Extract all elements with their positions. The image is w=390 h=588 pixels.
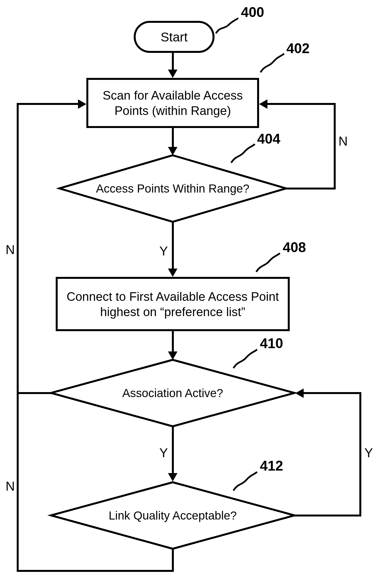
ref-412: 412: [260, 458, 283, 474]
ref-leader-410: [233, 347, 260, 370]
arrowhead-start-scan: [168, 70, 177, 78]
ref-leader-402: [260, 51, 287, 74]
decision-assoc-active-label: Association Active?: [50, 386, 295, 400]
terminator-start-label: Start: [160, 29, 187, 45]
process-scan: Scan for Available Access Points (within…: [86, 78, 259, 128]
edge-assoc-no-h: [17, 392, 52, 394]
edge-label-link-yes: Y: [364, 445, 373, 460]
edge-label-ap-no: N: [338, 134, 348, 149]
ref-408: 408: [283, 239, 306, 255]
ref-404: 404: [257, 131, 280, 147]
arrowhead-assoc-no: [78, 99, 86, 109]
ref-leader-412: [233, 470, 260, 492]
decision-ap-in-range: Access Points Within Range?: [58, 154, 287, 223]
arrowhead-ap-no: [259, 99, 267, 109]
decision-link-quality-label: Link Quality Acceptable?: [50, 508, 295, 522]
edge-start-scan: [172, 53, 174, 70]
edge-connect-assoc: [172, 331, 174, 352]
terminator-start: Start: [134, 21, 214, 53]
edge-assoc-no-v: [17, 103, 19, 394]
edge-label-ap-yes: Y: [159, 243, 168, 259]
edge-link-yes-h2: [304, 392, 361, 394]
edge-label-assoc-no: N: [6, 242, 15, 257]
ref-402: 402: [286, 40, 309, 56]
edge-assoc-no-h2: [17, 103, 78, 105]
edge-ap-no-h2: [267, 103, 334, 105]
process-connect-label: Connect to First Available Access Point …: [67, 289, 279, 319]
edge-ap-no-v: [334, 103, 336, 190]
edge-label-link-no: N: [6, 479, 15, 494]
edge-label-assoc-yes: Y: [159, 445, 168, 460]
arrowhead-ap-connect: [168, 269, 177, 277]
edge-link-yes-h: [294, 515, 361, 516]
edge-scan-ap: [172, 128, 174, 147]
edge-ap-no-h: [286, 188, 336, 190]
edge-link-no-v2: [17, 394, 19, 572]
ref-410: 410: [260, 335, 283, 351]
edge-link-no-v1: [172, 550, 174, 572]
ref-leader-404: [231, 142, 258, 164]
edge-link-yes-v: [359, 392, 361, 516]
arrowhead-scan-ap: [168, 147, 177, 155]
process-connect: Connect to First Available Access Point …: [56, 277, 290, 331]
edge-ap-connect: [172, 223, 174, 269]
ref-400: 400: [241, 4, 264, 20]
arrowhead-connect-assoc: [168, 351, 177, 360]
edge-link-no-h: [17, 570, 174, 572]
arrowhead-link-yes: [295, 388, 304, 398]
arrowhead-assoc-link: [168, 473, 177, 481]
edge-assoc-link: [172, 427, 174, 474]
ref-leader-400: [216, 15, 241, 38]
ref-leader-408: [256, 251, 283, 273]
decision-ap-in-range-label: Access Points Within Range?: [58, 181, 287, 195]
process-scan-label: Scan for Available Access Points (within…: [103, 88, 243, 118]
